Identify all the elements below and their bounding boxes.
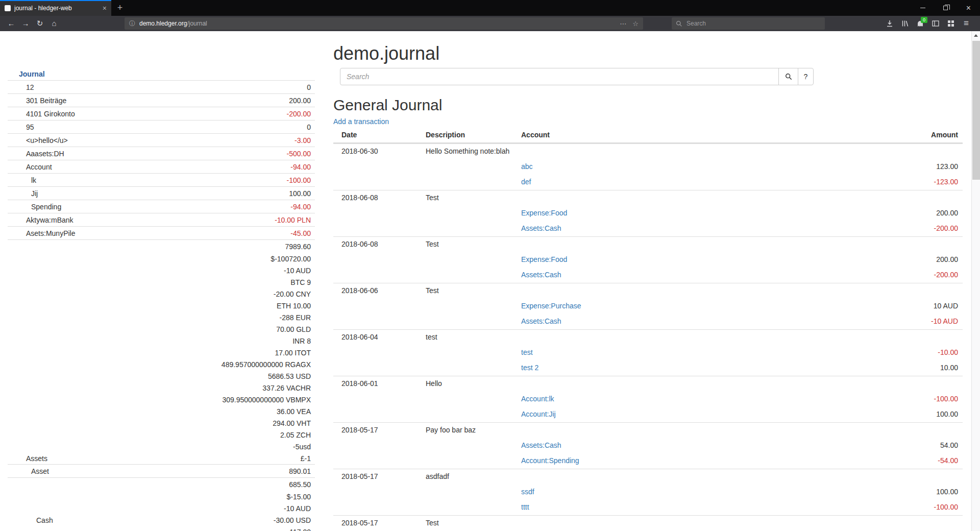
posting-account-link[interactable]: Expense:Purchase [521, 302, 581, 310]
posting-account-link[interactable]: test [521, 348, 533, 356]
bookmark-star-icon[interactable]: ☆ [632, 20, 639, 28]
sidebar-account-link[interactable]: 12 [8, 83, 34, 91]
sidebar-account-link[interactable]: Aktywa:mBank [8, 216, 74, 224]
search-button[interactable] [778, 68, 798, 85]
sidebar-account-link[interactable]: Asets:MunyPile [8, 229, 75, 237]
sidebar-account-link[interactable]: Assets [8, 454, 47, 463]
journal-body: 2018-06-30Hello Something note:blahabc12… [333, 143, 963, 531]
posting-account-link[interactable]: abc [521, 162, 533, 171]
new-tab-button[interactable]: + [111, 0, 129, 16]
empty-cell [333, 500, 426, 515]
posting-account-cell: test 2 [521, 360, 830, 376]
account-balance: 2.05 ZCH [280, 431, 315, 439]
extension-button[interactable]: 0 [913, 17, 928, 30]
account-balance: 100.00 [289, 189, 315, 198]
transaction-title-row: 2018-06-08Test [333, 190, 963, 206]
browser-tab[interactable]: journal - hledger-web × [0, 0, 111, 16]
sidebar-account-link[interactable]: 301 Beiträge [8, 96, 66, 105]
window-close-button[interactable]: × [957, 0, 980, 16]
sidebar-account-link[interactable]: <u>hello</u> [8, 136, 68, 144]
sidebar-account-link[interactable]: Account [8, 163, 52, 171]
transaction-date: 2018-05-17 [333, 516, 426, 531]
sidebar-account-row: $-100720.00 [8, 253, 315, 264]
account-balance: 0 [307, 83, 315, 91]
sidebar-account-link[interactable]: 4101 Girokonto [8, 110, 75, 118]
posting-account-link[interactable]: Assets:Cash [521, 317, 561, 325]
scroll-up-arrow[interactable] [972, 31, 980, 40]
transaction-date: 2018-05-17 [333, 469, 426, 485]
home-button[interactable]: ⌂ [47, 17, 61, 30]
posting-account-cell: Assets:Cash [521, 438, 830, 453]
empty-cell [333, 453, 426, 469]
posting-account-link[interactable]: Expense:Food [521, 209, 567, 217]
sidebar-account-link[interactable]: Spending [8, 203, 61, 211]
tab-close-icon[interactable]: × [103, 4, 107, 12]
forward-button[interactable]: → [18, 17, 33, 30]
search-help-button[interactable]: ? [798, 68, 814, 85]
empty-cell [830, 283, 963, 299]
empty-cell [426, 438, 521, 453]
column-header-date: Date [333, 128, 426, 142]
sidebar-journal-link[interactable]: Journal [19, 70, 45, 78]
url-path: /journal [187, 20, 207, 27]
back-button[interactable]: ← [4, 17, 18, 30]
account-balance: £-1 [301, 454, 315, 463]
sidebar-account-link[interactable]: Asset [8, 467, 49, 475]
empty-cell [521, 423, 830, 438]
site-info-icon[interactable]: ⓘ [129, 19, 135, 28]
transaction-title-row: 2018-05-17Test [333, 516, 963, 531]
add-transaction-link[interactable]: Add a transaction [333, 117, 389, 126]
page-actions-icon[interactable]: ⋯ [620, 20, 626, 28]
transaction: 2018-05-17Pay foo bar bazAssets:Cash54.0… [333, 422, 963, 469]
library-button[interactable] [897, 17, 913, 30]
browser-search-input[interactable] [685, 19, 821, 28]
posting-account-link[interactable]: def [521, 178, 531, 186]
sidebar-account-link[interactable]: lk [8, 176, 36, 184]
posting-account-cell: Assets:Cash [521, 314, 830, 329]
window-minimize-button[interactable] [911, 0, 934, 16]
empty-cell [830, 516, 963, 531]
posting-account-link[interactable]: Assets:Cash [521, 271, 561, 279]
posting-account-link[interactable]: Account:Spending [521, 456, 579, 465]
sidebar-account-link[interactable]: Aaasets:DH [8, 150, 64, 158]
posting-account-link[interactable]: test 2 [521, 364, 538, 372]
column-header-description: Description [426, 128, 521, 142]
posting-account-link[interactable]: tttt [521, 503, 529, 511]
browser-chrome: journal - hledger-web × + × ← → ↻ ⌂ ⓘ de… [0, 0, 980, 31]
posting-amount: -10.00 [830, 345, 963, 360]
posting-account-link[interactable]: Assets:Cash [521, 441, 561, 449]
page-scrollbar[interactable] [971, 31, 980, 531]
sidebar-account-row: <u>hello</u>-3.00 [8, 133, 315, 147]
download-button[interactable] [882, 17, 897, 30]
sidebar-toggle-icon [932, 19, 940, 28]
posting-account-link[interactable]: Account:lk [521, 395, 554, 403]
posting-account-link[interactable]: Expense:Food [521, 255, 567, 263]
transaction: 2018-06-08TestExpense:Food200.00Assets:C… [333, 236, 963, 283]
transaction-date: 2018-06-06 [333, 283, 426, 299]
sidebars-button[interactable] [928, 17, 943, 30]
transaction-description: test [426, 330, 521, 345]
sidebar-account-link[interactable]: Jij [8, 189, 38, 198]
empty-cell [333, 206, 426, 221]
empty-cell [426, 252, 521, 268]
sidebar-account-link[interactable]: 95 [8, 123, 34, 131]
transaction: 2018-06-04testtest-10.00test 210.00 [333, 329, 963, 376]
scrollbar-thumb[interactable] [972, 41, 980, 180]
empty-cell [426, 360, 521, 376]
extension-badge: 0 [921, 17, 927, 23]
sidebar-account-link[interactable]: Cash [8, 516, 53, 524]
posting-amount: -100.00 [830, 500, 963, 515]
minimize-icon [920, 8, 925, 8]
posting-account-link[interactable]: Assets:Cash [521, 224, 561, 232]
empty-cell [521, 469, 830, 485]
window-restore-button[interactable] [934, 0, 957, 16]
highlights-button[interactable] [943, 17, 959, 30]
posting-account-link[interactable]: ssdf [521, 488, 534, 496]
posting-account-cell: Account:Spending [521, 453, 830, 469]
posting-account-link[interactable]: Account:Jij [521, 410, 556, 418]
menu-button[interactable]: ≡ [959, 17, 974, 30]
url-bar[interactable]: ⓘ demo.hledger.org/journal ⋯ ☆ [125, 17, 643, 30]
browser-search-box[interactable] [672, 17, 825, 30]
reload-button[interactable]: ↻ [33, 17, 47, 30]
journal-search-input[interactable] [340, 68, 779, 85]
